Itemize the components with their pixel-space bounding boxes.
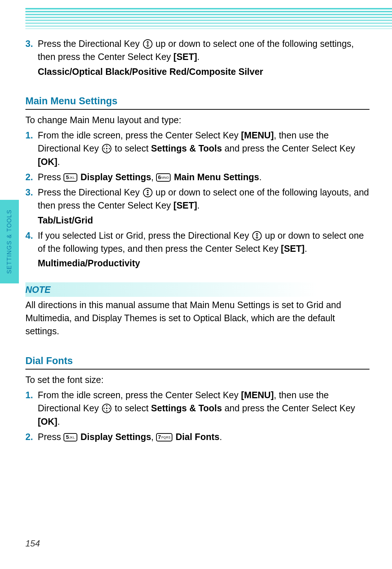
main-menu-settings-label: Main Menu Settings — [174, 172, 259, 182]
key-ok: [OK] — [38, 157, 57, 167]
settings-tools-label: Settings & Tools — [151, 143, 222, 153]
dial-fonts-label: Dial Fonts — [176, 432, 220, 442]
dial-fonts-step-list: From the idle screen, press the Center S… — [25, 388, 369, 443]
text: and press the Center Select Key — [222, 403, 355, 413]
intro-main-menu: To change Main Menu layout and type: — [25, 113, 369, 126]
text: , — [151, 172, 156, 182]
side-tab-label: SETTINGS & TOOLS — [5, 209, 13, 274]
directional-key-updown-icon — [143, 188, 152, 197]
text: Press the Directional Key — [38, 39, 142, 49]
key-ok: [OK] — [38, 416, 57, 427]
text: . — [220, 432, 222, 442]
text: to select — [112, 143, 151, 153]
display-settings-label: Display Settings — [81, 432, 151, 442]
text: From the idle screen, press the Center S… — [38, 130, 241, 140]
letters: JKL — [69, 436, 75, 439]
digit: 5 — [66, 174, 69, 180]
prior-step-list: Press the Directional Key up or down to … — [25, 37, 369, 78]
digit: 6 — [158, 174, 161, 180]
main-menu-step-1: From the idle screen, press the Center S… — [25, 129, 369, 168]
text: Press — [38, 432, 64, 442]
directional-key-all-icon — [102, 404, 111, 413]
prior-step-3: Press the Directional Key up or down to … — [25, 37, 369, 78]
dial-fonts-step-2: Press 5JKL Display Settings, 7PQRS Dial … — [25, 430, 369, 443]
dial-fonts-step-1: From the idle screen, press the Center S… — [25, 388, 369, 428]
text: . — [259, 172, 262, 182]
note-block: NOTE All directions in this manual assum… — [25, 282, 369, 338]
manual-page: SETTINGS & TOOLS Press the Directional K… — [0, 0, 392, 569]
layout-options: Tab/List/Grid — [38, 214, 369, 227]
heading-dial-fonts: Dial Fonts — [25, 354, 369, 370]
text: and press the Center Select Key — [222, 143, 355, 153]
directional-key-updown-icon — [252, 231, 262, 241]
note-label: NOTE — [25, 282, 369, 297]
text: . — [197, 200, 200, 210]
page-number: 154 — [25, 537, 40, 550]
text: Press — [38, 172, 64, 182]
numkey-5-icon: 5JKL — [64, 173, 77, 182]
letters: MNO — [162, 176, 169, 179]
text: to select — [112, 403, 151, 413]
theme-options: Classic/Optical Black/Positive Red/Compo… — [38, 65, 369, 78]
page-content: Press the Directional Key up or down to … — [25, 35, 369, 547]
letters: JKL — [69, 176, 75, 179]
key-set: [SET] — [173, 200, 197, 210]
numkey-7-icon: 7PQRS — [156, 433, 172, 441]
header-decoration — [25, 8, 392, 29]
text: . — [197, 52, 200, 62]
directional-key-updown-icon — [143, 39, 152, 49]
main-menu-step-2: Press 5JKL Display Settings, 6MNO Main M… — [25, 170, 369, 183]
side-tab: SETTINGS & TOOLS — [0, 200, 19, 283]
main-menu-step-list: From the idle screen, press the Center S… — [25, 129, 369, 270]
display-settings-label: Display Settings — [81, 172, 151, 182]
main-menu-step-3: Press the Directional Key up or down to … — [25, 186, 369, 227]
digit: 5 — [66, 434, 69, 440]
text: Press the Directional Key — [38, 187, 142, 197]
heading-main-menu-settings: Main Menu Settings — [25, 94, 369, 110]
note-text: All directions in this manual assume tha… — [25, 298, 369, 338]
text: . — [305, 243, 307, 254]
key-menu: [MENU] — [241, 390, 274, 400]
text: . — [57, 416, 60, 427]
digit: 7 — [158, 434, 161, 440]
intro-dial-fonts: To set the font size: — [25, 373, 369, 386]
letters: PQRS — [162, 436, 171, 439]
key-menu: [MENU] — [241, 130, 274, 140]
text: From the idle screen, press the Center S… — [38, 390, 241, 400]
numkey-6-icon: 6MNO — [156, 173, 171, 182]
settings-tools-label: Settings & Tools — [151, 403, 222, 413]
type-options: Multimedia/Productivity — [38, 257, 369, 270]
text: If you selected List or Grid, press the … — [38, 230, 252, 241]
key-set: [SET] — [281, 243, 305, 254]
text: , — [151, 432, 156, 442]
numkey-5-icon: 5JKL — [64, 433, 77, 441]
text: . — [57, 157, 60, 167]
main-menu-step-4: If you selected List or Grid, press the … — [25, 229, 369, 270]
directional-key-all-icon — [102, 144, 111, 153]
key-set: [SET] — [173, 52, 197, 62]
